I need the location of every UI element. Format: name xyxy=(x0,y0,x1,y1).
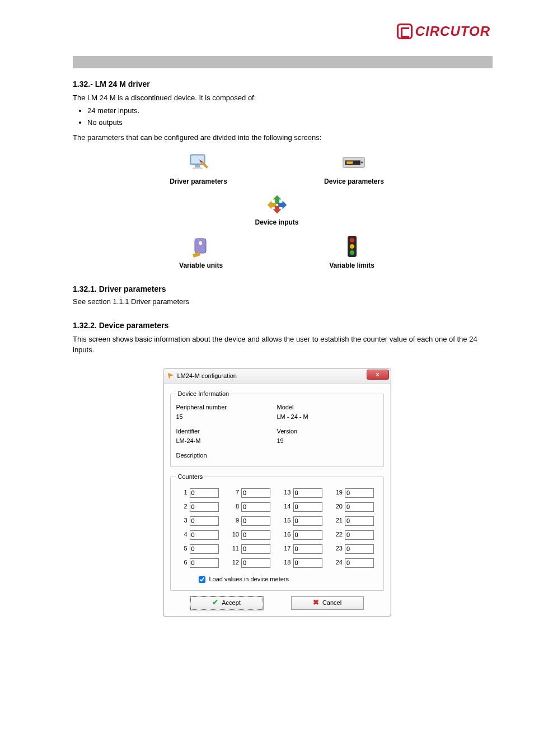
cancel-icon: ✖ xyxy=(313,598,319,608)
list-item: 24 meter inputs. xyxy=(87,106,481,116)
accept-button[interactable]: ✔ Accept xyxy=(190,596,263,610)
svg-rect-2 xyxy=(195,165,200,167)
description-label: Description xyxy=(176,451,378,460)
counter-input[interactable] xyxy=(293,530,322,540)
svg-point-20 xyxy=(350,250,354,255)
peripheral-label: Peripheral number xyxy=(176,403,277,412)
counter-row: 14 xyxy=(282,502,324,512)
counters-legend: Counters xyxy=(176,473,205,482)
load-values-checkbox[interactable] xyxy=(199,576,205,583)
svg-rect-8 xyxy=(347,161,353,164)
load-values-label: Load values in device meters xyxy=(209,575,289,584)
monitor-pencil-icon xyxy=(187,151,210,175)
counter-input[interactable] xyxy=(241,516,270,526)
counter-input[interactable] xyxy=(345,530,374,540)
counter-input[interactable] xyxy=(190,502,219,512)
counter-input[interactable] xyxy=(190,530,219,540)
counter-row: 11 xyxy=(230,544,272,554)
counter-input[interactable] xyxy=(293,544,322,554)
model-value: LM - 24 - M xyxy=(277,413,378,422)
peripheral-value: 15 xyxy=(176,413,277,422)
counter-input[interactable] xyxy=(241,558,270,568)
counter-input[interactable] xyxy=(293,516,322,526)
counter-row: 8 xyxy=(230,502,272,512)
counter-row: 10 xyxy=(230,530,272,540)
counter-input[interactable] xyxy=(345,488,374,498)
counter-row: 9 xyxy=(230,516,272,526)
counter-row: 1 xyxy=(179,488,221,498)
counter-row: 3 xyxy=(179,516,221,526)
device-information-group: Device Information Peripheral number 15 … xyxy=(170,390,384,467)
nav-variable-limits[interactable]: Variable limits xyxy=(329,235,374,270)
close-button[interactable]: x xyxy=(367,370,389,380)
counter-label: 21 xyxy=(334,516,343,525)
counter-label: 19 xyxy=(334,488,343,497)
counter-row: 16 xyxy=(282,530,324,540)
cancel-button[interactable]: ✖ Cancel xyxy=(291,596,364,610)
config-dialog: LM24-M configuration x Device Informatio… xyxy=(163,368,391,617)
dialog-app-icon xyxy=(167,372,175,380)
counter-label: 4 xyxy=(179,530,188,539)
nav-variable-units[interactable]: Variable units xyxy=(179,235,223,270)
counter-input[interactable] xyxy=(241,544,270,554)
counter-row: 12 xyxy=(230,558,272,568)
counter-row: 20 xyxy=(334,502,376,512)
dialog-titlebar: LM24-M configuration x xyxy=(163,368,391,384)
accept-label: Accept xyxy=(222,599,241,608)
subsection-device-head: 1.32.2. Device parameters xyxy=(73,320,481,331)
counter-input[interactable] xyxy=(241,488,270,498)
counter-input[interactable] xyxy=(345,558,374,568)
dialog-title: LM24-M configuration xyxy=(177,372,237,381)
counter-input[interactable] xyxy=(241,502,270,512)
tag-icon xyxy=(189,235,213,259)
svg-point-19 xyxy=(350,244,354,249)
counter-input[interactable] xyxy=(345,502,374,512)
device-hardware-icon xyxy=(342,151,366,175)
counter-input[interactable] xyxy=(293,488,322,498)
counter-label: 1 xyxy=(179,488,188,497)
list-item: No outputs xyxy=(87,118,481,128)
counter-row: 2 xyxy=(179,502,221,512)
counter-label: 9 xyxy=(230,516,239,525)
header-bar xyxy=(73,56,493,68)
brand-logo-icon xyxy=(397,24,413,39)
section-title: 1.32.- LM 24 M driver xyxy=(73,78,481,90)
section-intro: The LM 24 M is a discontinued device. It… xyxy=(73,93,481,104)
counter-input[interactable] xyxy=(345,544,374,554)
counter-row: 21 xyxy=(334,516,376,526)
counter-label: 2 xyxy=(179,502,188,511)
counter-input[interactable] xyxy=(190,544,219,554)
counter-row: 22 xyxy=(334,530,376,540)
nav-device-inputs[interactable]: Device inputs xyxy=(255,192,298,227)
counter-label: 3 xyxy=(179,516,188,525)
config-intro: The parameters that can be configured ar… xyxy=(73,133,481,143)
counter-label: 22 xyxy=(334,530,343,539)
counter-label: 20 xyxy=(334,502,343,511)
counter-label: 8 xyxy=(230,502,239,511)
counter-row: 18 xyxy=(282,558,324,568)
counter-input[interactable] xyxy=(190,558,219,568)
counter-input[interactable] xyxy=(190,516,219,526)
nav-device-parameters[interactable]: Device parameters xyxy=(324,151,384,186)
svg-rect-3 xyxy=(193,167,203,169)
counter-input[interactable] xyxy=(293,558,322,568)
brand-logo: CIRCUTOR xyxy=(397,24,490,39)
counter-input[interactable] xyxy=(345,516,374,526)
nav-label: Driver parameters xyxy=(170,177,227,186)
svg-point-18 xyxy=(350,238,354,242)
counter-label: 5 xyxy=(179,544,188,553)
nav-driver-parameters[interactable]: Driver parameters xyxy=(170,151,227,186)
counter-label: 10 xyxy=(230,530,239,539)
svg-marker-11 xyxy=(267,200,275,209)
counter-input[interactable] xyxy=(190,488,219,498)
nav-label: Device inputs xyxy=(255,218,298,227)
counter-input[interactable] xyxy=(241,530,270,540)
feature-list: 24 meter inputs. No outputs xyxy=(87,106,481,128)
svg-point-15 xyxy=(198,241,203,245)
counter-row: 23 xyxy=(334,544,376,554)
cancel-label: Cancel xyxy=(322,599,341,608)
identifier-value: LM-24-M xyxy=(176,437,277,446)
counter-row: 17 xyxy=(282,544,324,554)
version-label: Version xyxy=(277,427,378,436)
counter-input[interactable] xyxy=(293,502,322,512)
